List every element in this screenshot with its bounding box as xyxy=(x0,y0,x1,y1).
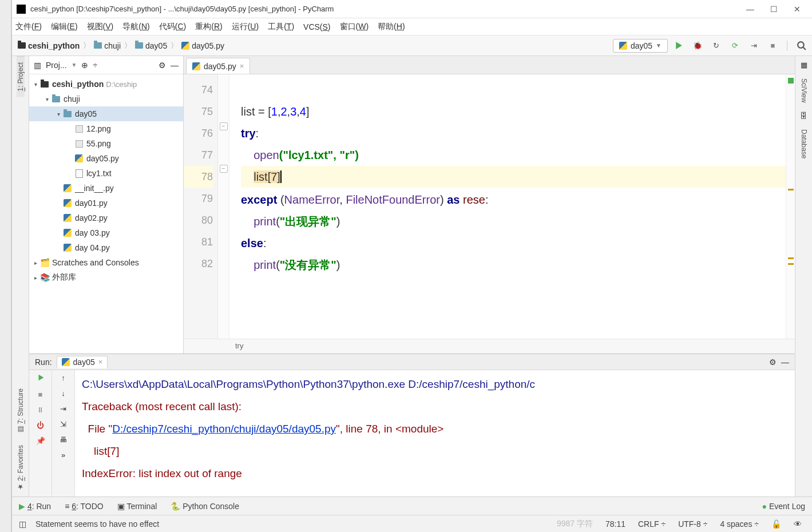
stop-button[interactable]: ■ xyxy=(768,41,778,50)
right-tool-strip: ▦ SciView 🗄 Database xyxy=(795,56,812,497)
menu-file[interactable]: 文件(F) xyxy=(15,22,42,32)
tree-file[interactable]: day 04.py xyxy=(29,240,183,255)
close-tab-icon[interactable]: × xyxy=(240,62,244,70)
lock-icon[interactable]: 🔓 xyxy=(768,519,785,529)
menu-run[interactable]: 运行(U) xyxy=(232,22,259,32)
minimize-button[interactable]: — xyxy=(746,5,754,14)
up-button[interactable]: ↑ xyxy=(61,374,65,382)
run-coverage-button[interactable]: ↻ xyxy=(711,41,721,50)
run-tab[interactable]: day05 × xyxy=(57,356,108,368)
warning-marker[interactable] xyxy=(788,257,794,259)
console-output[interactable]: C:\Users\xd\AppData\Local\Programs\Pytho… xyxy=(75,370,795,497)
app-icon xyxy=(17,5,26,14)
database-icon[interactable]: 🗄 xyxy=(800,112,807,120)
tree-root[interactable]: ▾ceshi_python D:\ceship xyxy=(29,77,183,92)
sidebar-tab-database[interactable]: Database xyxy=(800,126,808,162)
left-tool-strip: 1: Project ▤ 7: Structure ★ 2: Favorites xyxy=(12,56,29,497)
hide-icon[interactable]: — xyxy=(781,358,789,367)
project-tree[interactable]: ▾ceshi_python D:\ceship ▾chuji ▾day05 12… xyxy=(29,74,183,354)
pin-button[interactable]: 📌 xyxy=(36,436,45,445)
menu-tools[interactable]: 工具(T) xyxy=(268,22,294,32)
tree-file[interactable]: __init__.py xyxy=(29,181,183,196)
breadcrumb-item[interactable]: ceshi_python xyxy=(18,41,80,50)
inspection-icon[interactable]: 👁 xyxy=(790,519,805,529)
line-number-gutter: 74 75 76 77 78 79 80 81 82 xyxy=(184,74,218,339)
warning-marker[interactable] xyxy=(788,263,794,265)
python-file-icon xyxy=(64,199,72,207)
scroll-button[interactable]: ⇲ xyxy=(60,420,66,428)
tree-folder-selected[interactable]: ▾day05 xyxy=(29,106,183,121)
tree-file[interactable]: lcy1.txt xyxy=(29,166,183,181)
maximize-button[interactable]: ☐ xyxy=(770,5,778,14)
traceback-link[interactable]: D:/ceship7/ceshi_python/chuji/day05/day0… xyxy=(112,423,336,435)
tree-folder[interactable]: ▾chuji xyxy=(29,92,183,106)
breadcrumb-item[interactable]: chuji xyxy=(94,41,121,50)
code-area[interactable]: list = [1,2,3,4]try: open("lcy1.txt", "r… xyxy=(229,74,786,339)
profile-button[interactable]: ⟳ xyxy=(730,41,740,50)
tree-file[interactable]: 55.png xyxy=(29,136,183,151)
status-icon[interactable]: ◫ xyxy=(19,519,26,529)
project-panel-title[interactable]: Proj... xyxy=(46,61,67,70)
warning-marker[interactable] xyxy=(788,189,794,190)
exit-button[interactable]: ⏻ xyxy=(37,421,44,430)
search-everywhere-button[interactable] xyxy=(797,41,806,50)
tool-event-log[interactable]: ● Event Log xyxy=(762,502,805,511)
menu-view[interactable]: 视图(V) xyxy=(87,22,114,32)
collapse-icon[interactable]: ÷ xyxy=(93,61,97,70)
editor-body[interactable]: 74 75 76 77 78 79 80 81 82 xyxy=(184,74,795,339)
down-button[interactable]: ↓ xyxy=(61,389,65,398)
fold-marker-icon[interactable]: − xyxy=(220,165,228,173)
tool-run[interactable]: ▶ 4: Run xyxy=(19,502,51,511)
menu-edit[interactable]: 编辑(E) xyxy=(51,22,78,32)
caret-position[interactable]: 78:11 xyxy=(602,519,629,529)
gear-icon[interactable]: ⚙ xyxy=(769,358,777,367)
debug-button[interactable]: 🐞 xyxy=(692,41,702,50)
tree-file[interactable]: day01.py xyxy=(29,196,183,211)
menu-vcs[interactable]: VCS(S) xyxy=(303,22,330,31)
run-button[interactable] xyxy=(674,41,683,50)
menu-window[interactable]: 窗口(W) xyxy=(340,22,369,32)
sidebar-tab-project[interactable]: 1: Project xyxy=(17,56,25,97)
locate-icon[interactable]: ⊕ xyxy=(81,61,88,70)
run-configuration-selector[interactable]: day05 ▼ xyxy=(613,39,668,53)
hide-icon[interactable]: — xyxy=(171,61,179,70)
editor-tab[interactable]: day05.py × xyxy=(186,58,250,74)
stop-button[interactable]: ■ xyxy=(38,390,43,399)
gear-icon[interactable]: ⚙ xyxy=(159,61,166,70)
sciview-icon[interactable]: ▦ xyxy=(801,61,807,69)
print-button[interactable]: 🖶 xyxy=(60,435,67,444)
attach-button[interactable]: ⇥ xyxy=(749,41,759,50)
tree-file[interactable]: day05.py xyxy=(29,151,183,166)
close-button[interactable]: ✕ xyxy=(794,5,801,14)
chevron-down-icon[interactable]: ▼ xyxy=(72,62,77,68)
sidebar-tab-structure[interactable]: ▤ 7: Structure xyxy=(17,383,25,439)
menu-code[interactable]: 代码(C) xyxy=(159,22,186,32)
rerun-button[interactable] xyxy=(37,374,45,383)
tree-file[interactable]: day02.py xyxy=(29,211,183,225)
close-tab-icon[interactable]: × xyxy=(98,358,103,366)
more-button[interactable]: » xyxy=(61,451,65,459)
error-stripe[interactable] xyxy=(786,74,795,339)
tool-python-console[interactable]: 🐍 Python Console xyxy=(171,502,239,511)
file-encoding[interactable]: UTF-8 ÷ xyxy=(675,519,711,529)
navbar: ceshi_python 〉 chuji 〉 day05 〉 day05.py … xyxy=(12,35,812,56)
pause-button[interactable]: ⏸ xyxy=(37,406,44,414)
sidebar-tab-favorites[interactable]: ★ 2: Favorites xyxy=(17,439,25,497)
tree-scratches[interactable]: ▸🗂️Scratches and Consoles xyxy=(29,255,183,270)
menu-refactor[interactable]: 重构(R) xyxy=(195,22,222,32)
wrap-button[interactable]: ⇥ xyxy=(60,404,66,413)
breadcrumb-item[interactable]: day05 xyxy=(135,41,167,50)
tree-file[interactable]: 12.png xyxy=(29,121,183,136)
folder-icon xyxy=(52,96,60,102)
fold-marker-icon[interactable]: − xyxy=(220,122,228,130)
menu-navigate[interactable]: 导航(N) xyxy=(122,22,149,32)
line-separator[interactable]: CRLF ÷ xyxy=(635,519,669,529)
sidebar-tab-sciview[interactable]: SciView xyxy=(800,75,808,106)
tool-terminal[interactable]: ▣ Terminal xyxy=(117,502,157,511)
breadcrumb-item[interactable]: day05.py xyxy=(181,41,224,50)
tree-file[interactable]: day 03.py xyxy=(29,225,183,240)
indent-setting[interactable]: 4 spaces ÷ xyxy=(716,519,762,529)
menu-help[interactable]: 帮助(H) xyxy=(378,22,405,32)
tree-external-libs[interactable]: ▸📚外部库 xyxy=(29,270,183,285)
tool-todo[interactable]: ≡ 6: TODO xyxy=(65,502,104,511)
